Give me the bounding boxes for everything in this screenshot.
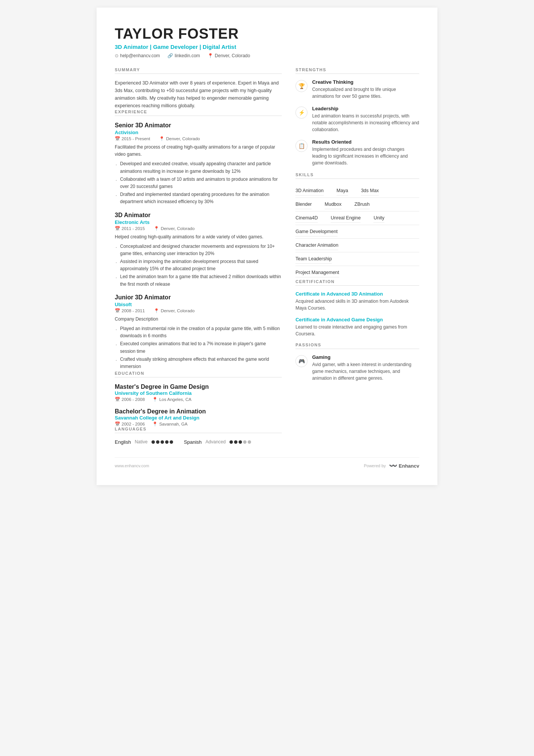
edu-meta-1: 📅 2006 - 2008 📍 Los Angeles, CA [115, 397, 282, 402]
edu-dates-1: 📅 2006 - 2008 [115, 397, 145, 402]
dot [165, 440, 169, 444]
dot [248, 440, 251, 444]
job-company-3: Ubisoft [115, 302, 282, 307]
edu-item-1: Master's Degree in Game Design Universit… [115, 383, 282, 402]
strength-name-2: Leadership [312, 106, 419, 111]
skill-tag: Mudbox [325, 200, 341, 209]
strength-icon-3: 📋 [295, 140, 308, 152]
skill-tag: Team Leadership [295, 254, 332, 264]
candidate-name: TAYLOR FOSTER [115, 26, 419, 42]
left-column: SUMMARY Experienced 3D Animator with ove… [115, 67, 282, 445]
job-meta-3: 📅 2008 - 2011 📍 Denver, Colorado [115, 308, 282, 313]
job-location-1: 📍 Denver, Colorado [159, 136, 200, 141]
bullet-item: Played an instrumental role in the creat… [115, 325, 282, 340]
certifications-section: CERTIFICATION Certificate in Advanced 3D… [295, 279, 419, 337]
calendar-icon-3: 📅 [115, 308, 120, 313]
cert-desc-1: Acquired advanced skills in 3D animation… [295, 298, 419, 311]
calendar-icon-2: 📅 [115, 226, 120, 231]
skills-row-6: Team Leadership [295, 252, 419, 266]
edu-degree-1: Master's Degree in Game Design [115, 383, 282, 390]
experience-label: EXPERIENCE [115, 110, 282, 116]
strength-item-3: 📋 Results Oriented Implemented procedure… [295, 139, 419, 166]
education-section: EDUCATION Master's Degree in Game Design… [115, 371, 282, 427]
skills-row-3: Cinema4D Unreal Engine Unity [295, 211, 419, 225]
enhancv-icon: 〰️ [389, 462, 397, 470]
cert-name-2: Certificate in Advanced Game Design [295, 317, 419, 322]
summary-label: SUMMARY [115, 67, 282, 74]
job-title-1: Senior 3D Animator [115, 122, 282, 129]
job-item-1: Senior 3D Animator Activision 📅 2015 - P… [115, 122, 282, 206]
job-dates-1: 📅 2015 - Present [115, 136, 150, 141]
cert-item-2: Certificate in Advanced Game Design Lear… [295, 317, 419, 337]
lang-dots-english [151, 440, 173, 444]
skills-row-7: Project Management [295, 266, 419, 279]
calendar-icon-1: 📅 [115, 136, 120, 141]
passion-name-1: Gaming [312, 354, 419, 360]
edu-dates-2: 📅 2002 - 2006 [115, 421, 145, 427]
contact-info: ⊙ help@enhancv.com 🔗 linkedin.com 📍 Denv… [115, 53, 419, 58]
job-meta-2: 📅 2011 - 2015 📍 Denver, Colorado [115, 226, 282, 231]
cert-item-1: Certificate in Advanced 3D Animation Acq… [295, 291, 419, 311]
skill-tag: Game Development [295, 227, 337, 236]
footer-branding: Powered by 〰️ Enhancv [364, 462, 419, 470]
job-bullets-3: Played an instrumental role in the creat… [115, 325, 282, 370]
dot [234, 440, 237, 444]
edu-school-2: Savannah College of Art and Design [115, 415, 282, 421]
cert-name-1: Certificate in Advanced 3D Animation [295, 291, 419, 297]
right-column: STRENGTHS 🏆 Creative Thinking Conceptual… [295, 67, 419, 445]
skill-tag: 3ds Max [361, 186, 379, 196]
strength-item-1: 🏆 Creative Thinking Conceptualized and b… [295, 79, 419, 100]
job-desc-3: Company Description [115, 316, 282, 323]
strengths-section: STRENGTHS 🏆 Creative Thinking Conceptual… [295, 67, 419, 166]
job-company-1: Activision [115, 130, 282, 135]
linkedin-icon: 🔗 [167, 53, 173, 58]
pin-icon-edu2: 📍 [152, 421, 158, 427]
languages-label: LANGUAGES [115, 427, 282, 433]
skill-tag: ZBrush [354, 200, 370, 209]
job-title-3: Junior 3D Animator [115, 294, 282, 301]
job-dates-3: 📅 2008 - 2011 [115, 308, 145, 313]
summary-section: SUMMARY Experienced 3D Animator with ove… [115, 67, 282, 110]
skill-tag: Blender [295, 200, 312, 209]
job-bullets-1: Developed and executed creative, visuall… [115, 160, 282, 205]
candidate-title: 3D Animator | Game Developer | Digital A… [115, 44, 419, 50]
skill-tag: Unity [373, 213, 384, 223]
calendar-icon-edu2: 📅 [115, 421, 120, 427]
skill-tag: Cinema4D [295, 213, 318, 223]
skills-row-1: 3D Animation Maya 3ds Max [295, 184, 419, 198]
languages-row: English Native Spanish Advanced [115, 438, 282, 445]
bullet-item: Drafted and implemented standard operati… [115, 191, 282, 205]
skills-row-4: Game Development [295, 225, 419, 239]
dot [243, 440, 247, 444]
strength-desc-3: Implemented procedures and design change… [312, 146, 419, 166]
job-location-2: 📍 Denver, Colorado [154, 226, 195, 231]
languages-section: LANGUAGES English Native Spanish Advance… [115, 427, 282, 445]
education-label: EDUCATION [115, 371, 282, 377]
edu-meta-2: 📅 2002 - 2006 📍 Savannah, GA [115, 421, 282, 427]
lang-level-english: Native [135, 439, 148, 445]
passions-section: PASSIONS 🎮 Gaming Avid gamer, with a kee… [295, 343, 419, 382]
job-bullets-2: Conceptualized and designed character mo… [115, 243, 282, 288]
strength-icon-1: 🏆 [295, 80, 308, 92]
edu-location-2: 📍 Savannah, GA [152, 421, 187, 427]
edu-item-2: Bachelor's Degree in Animation Savannah … [115, 408, 282, 427]
dot [161, 440, 164, 444]
calendar-icon-edu1: 📅 [115, 397, 120, 402]
job-meta-1: 📅 2015 - Present 📍 Denver, Colorado [115, 136, 282, 141]
certifications-label: CERTIFICATION [295, 279, 419, 286]
edu-degree-2: Bachelor's Degree in Animation [115, 408, 282, 415]
dot [239, 440, 242, 444]
skills-row-5: Character Animation [295, 239, 419, 252]
lang-level-spanish: Advanced [206, 439, 226, 445]
dot [230, 440, 233, 444]
job-desc-1: Facilitated the process of creating high… [115, 144, 282, 158]
job-title-2: 3D Animator [115, 212, 282, 219]
skill-tag: Unreal Engine [331, 213, 361, 223]
bullet-item: Led the animation team for a game title … [115, 273, 282, 288]
job-location-3: 📍 Denver, Colorado [154, 308, 195, 313]
strength-name-3: Results Oriented [312, 139, 419, 145]
footer: www.enhancv.com Powered by 〰️ Enhancv [115, 457, 419, 470]
pin-icon-edu1: 📍 [152, 397, 158, 402]
pin-icon-1: 📍 [159, 136, 164, 141]
bullet-item: Executed complex animations that led to … [115, 340, 282, 355]
